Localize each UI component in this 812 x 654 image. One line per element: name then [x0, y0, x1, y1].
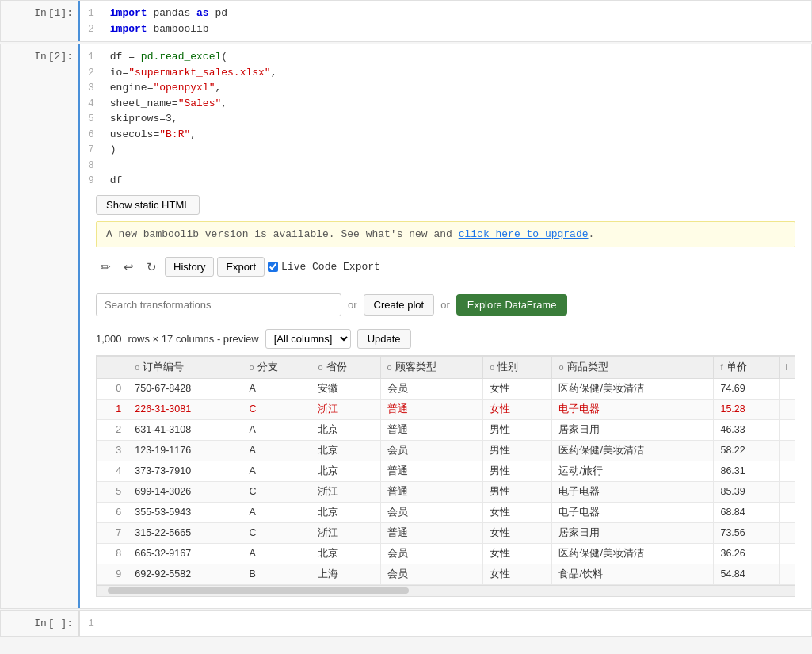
cell-2: In [2]: 1 df = pd.read_excel( 2 io="supe…: [0, 44, 812, 609]
string: "Sales": [178, 98, 222, 109]
cell-unit-price: 36.26: [714, 543, 779, 564]
cell-customer-type: 普通: [380, 461, 483, 481]
cell-branch: A: [242, 378, 311, 399]
redo-button[interactable]: ↻: [142, 257, 162, 277]
cell-product-type: 食品/饮料: [552, 564, 714, 584]
line-num: 1: [88, 49, 104, 65]
table-row: 8 665-32-9167 A 北京 会员 女性 医药保健/美妆清洁 36.26: [97, 543, 796, 564]
cell-province: 北京: [311, 502, 380, 522]
operator: ): [110, 143, 116, 155]
cell-order-id: 665-32-9167: [128, 543, 242, 564]
explore-dataframe-button[interactable]: Explore DataFrame: [456, 294, 568, 316]
upgrade-link[interactable]: click here to upgrade: [459, 228, 589, 240]
string: "openpyxl": [153, 82, 215, 94]
cell-customer-type: 普通: [380, 399, 483, 419]
header-province: o省份: [311, 356, 380, 378]
export-button[interactable]: Export: [217, 257, 265, 277]
row-index: 6: [97, 502, 128, 522]
cell-order-id: 373-73-7910: [128, 461, 242, 481]
operator: ,: [271, 67, 277, 78]
upgrade-text-2: .: [589, 228, 595, 240]
table-row: 2 631-41-3108 A 北京 普通 男性 居家日用 46.33: [97, 419, 796, 440]
cell-2-num: [2]:: [48, 51, 73, 63]
cell-2-output: Show static HTML A new bamboolib version…: [88, 189, 803, 603]
header-order-id: o订单编号: [128, 356, 242, 378]
create-plot-button[interactable]: Create plot: [364, 294, 435, 316]
cell-empty-in: In: [34, 618, 47, 629]
header-unit-price: f单价: [714, 356, 779, 378]
header-gender: o性别: [483, 356, 552, 378]
cell-province: 安徽: [311, 378, 380, 399]
cell-gender: 女性: [483, 399, 552, 419]
history-button[interactable]: History: [165, 257, 214, 277]
function: pd.read_excel: [141, 51, 221, 63]
row-index: 7: [97, 522, 128, 543]
cell-extra: [779, 378, 795, 399]
line-num: 1: [88, 616, 104, 632]
show-static-html-button[interactable]: Show static HTML: [96, 195, 200, 215]
table-row: 6 355-53-5943 A 北京 会员 女性 电子电器 68.84: [97, 502, 796, 522]
cell-extra: [779, 440, 795, 461]
code-text: df: [110, 51, 128, 63]
cell-unit-price: 74.69: [714, 378, 779, 399]
cell-branch: A: [242, 461, 311, 481]
line-num: 4: [88, 96, 104, 112]
code-line: 3 engine="openpyxl",: [88, 80, 803, 96]
cell-unit-price: 86.31: [714, 461, 779, 481]
cell-product-type: 居家日用: [552, 419, 714, 440]
operator: =3,: [159, 113, 177, 124]
cell-extra: [779, 481, 795, 502]
undo-button[interactable]: ↩: [119, 257, 139, 277]
cell-2-content[interactable]: 1 df = pd.read_excel( 2 io="supermarkt_s…: [80, 44, 811, 608]
pencil-button[interactable]: ✏: [96, 257, 116, 277]
keyword: import: [110, 23, 147, 35]
notebook: In [1]: 1 import pandas as pd 2 import b…: [0, 0, 812, 654]
line-num: 8: [88, 158, 104, 174]
cell-product-type: 电子电器: [552, 481, 714, 502]
line-num: 2: [88, 65, 104, 81]
cell-1-content[interactable]: 1 import pandas as pd 2 import bamboolib: [80, 1, 811, 41]
cell-extra: [779, 419, 795, 440]
operator: ,: [221, 98, 227, 109]
cell-empty-content[interactable]: 1: [80, 611, 811, 637]
cell-gender: 男性: [483, 461, 552, 481]
cell-extra: [779, 522, 795, 543]
table-row: 5 699-14-3026 C 浙江 普通 男性 电子电器 85.39: [97, 481, 796, 502]
line-num: 3: [88, 80, 104, 96]
cell-gender: 女性: [483, 564, 552, 584]
row-index: 3: [97, 440, 128, 461]
header-row: o订单编号 o分支 o省份 o顾客类型 o性别 o商品类型 f单价 i: [97, 356, 796, 378]
cell-product-type: 电子电器: [552, 399, 714, 419]
line-num: 5: [88, 111, 104, 127]
cell-empty-code: 1: [88, 616, 803, 632]
cell-province: 北京: [311, 461, 380, 481]
update-button[interactable]: Update: [357, 329, 411, 349]
live-code-export-label: Live Code Export: [268, 261, 380, 273]
cell-branch: A: [242, 543, 311, 564]
horizontal-scrollbar[interactable]: [97, 585, 795, 596]
keyword: as: [196, 7, 209, 19]
search-transformations-input[interactable]: [96, 293, 341, 316]
upgrade-text: A new bamboolib version is available. Se…: [106, 228, 459, 240]
cell-unit-price: 54.84: [714, 564, 779, 584]
dataframe-table: o订单编号 o分支 o省份 o顾客类型 o性别 o商品类型 f单价 i: [97, 356, 795, 585]
code-text: df: [110, 174, 123, 186]
code-line: 1 import pandas as pd: [88, 6, 803, 21]
cell-province: 北京: [311, 419, 380, 440]
cell-2-code: 1 df = pd.read_excel( 2 io="supermarkt_s…: [88, 49, 803, 189]
cell-unit-price: 58.22: [714, 440, 779, 461]
live-code-checkbox[interactable]: [268, 262, 278, 272]
keyword: import: [110, 7, 147, 19]
live-code-text: Live Code Export: [281, 261, 380, 273]
cell-product-type: 医药保健/美妆清洁: [552, 378, 714, 399]
columns-select[interactable]: [All columns]: [265, 329, 351, 349]
cell-order-id: 123-19-1176: [128, 440, 242, 461]
scrollbar-thumb[interactable]: [108, 587, 409, 594]
cell-order-id: 355-53-5943: [128, 502, 242, 522]
cell-unit-price: 15.28: [714, 399, 779, 419]
cell-1-prompt: In [1]:: [1, 1, 80, 41]
cell-gender: 男性: [483, 440, 552, 461]
cell-province: 上海: [311, 564, 380, 584]
row-count: 1,000: [96, 333, 122, 345]
row-index: 2: [97, 419, 128, 440]
